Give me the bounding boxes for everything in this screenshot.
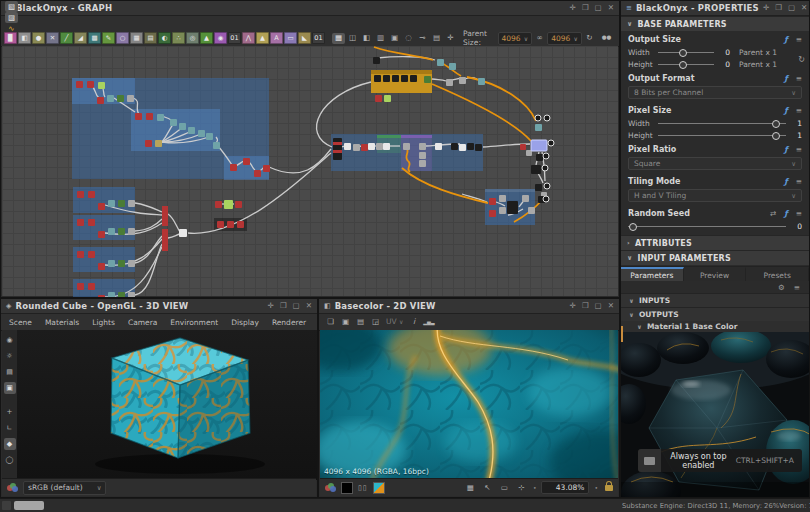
view2d-canvas[interactable]: 4096 x 4096 (RGBA, 16bpc) bbox=[320, 330, 618, 478]
histogram-icon[interactable]: ▂▅▃ bbox=[422, 317, 435, 328]
preset-menu-icon[interactable]: ≡ bbox=[796, 209, 802, 218]
value-processor-node-icon[interactable]: 01 bbox=[228, 32, 241, 44]
section-inputs[interactable]: ∨ INPUTS bbox=[621, 293, 809, 307]
maximize-icon[interactable]: ▢ bbox=[595, 302, 602, 310]
node-view-full-icon[interactable]: ▨ bbox=[5, 12, 18, 23]
maximize-icon[interactable]: ▢ bbox=[293, 302, 300, 310]
random-seed-value[interactable]: 0 bbox=[792, 222, 802, 231]
curve-node-icon[interactable]: ╱ bbox=[60, 32, 73, 44]
pixel-ratio-select[interactable]: Square ∨ bbox=[628, 157, 802, 170]
uv-overlay-select[interactable]: UV ∨ bbox=[384, 317, 405, 328]
section-input-parameters[interactable]: ∨ INPUT PARAMETERS bbox=[621, 250, 809, 265]
parent-size-width-select[interactable]: 4096∨ bbox=[498, 32, 533, 45]
pixel-height-slider[interactable] bbox=[658, 131, 786, 139]
gizmo-translate-icon[interactable]: + bbox=[4, 406, 16, 418]
gradient-map-node-icon[interactable]: ∴ bbox=[172, 32, 185, 44]
menu-lights[interactable]: Lights bbox=[92, 318, 115, 327]
tab-preview[interactable]: Preview bbox=[684, 267, 747, 281]
dot-node-icon[interactable]: ⊸ bbox=[416, 33, 429, 44]
grayscale-conversion-node-icon[interactable]: ▦ bbox=[130, 32, 143, 44]
filter-display-4-icon[interactable]: ▥ bbox=[374, 33, 387, 44]
sharpen-node-icon[interactable]: ◎ bbox=[186, 32, 199, 44]
section-outputs[interactable]: ∨ OUTPUTS bbox=[621, 307, 809, 321]
filter-display-2-icon[interactable]: ◫ bbox=[346, 33, 359, 44]
float-icon[interactable]: ❐ bbox=[582, 4, 589, 12]
function-icon[interactable]: ƒ bbox=[784, 74, 787, 83]
bake-node-icon[interactable]: ◣ bbox=[298, 32, 311, 44]
zoom-level-field[interactable]: 43.08% bbox=[541, 481, 589, 494]
gizmo-axis-icon[interactable]: ∟ bbox=[4, 422, 16, 434]
maximize-icon[interactable]: ▢ bbox=[788, 4, 795, 12]
view3d-titlebar[interactable]: ◈ Rounded Cube - OpenGL - 3D VIEW ✛ ❐ ▢ … bbox=[1, 299, 317, 314]
filter-display-1-icon[interactable]: ▦ bbox=[332, 33, 345, 44]
svg-node-icon[interactable]: ▭ bbox=[284, 32, 297, 44]
channel-shuffle-node-icon[interactable]: ✕ bbox=[46, 32, 59, 44]
output-format-select[interactable]: 8 Bits per Channel ∨ bbox=[628, 86, 802, 99]
graph-frames[interactable] bbox=[72, 70, 535, 298]
text-node-icon[interactable]: A bbox=[270, 32, 283, 44]
scene-camera-icon[interactable]: ◉ bbox=[4, 334, 16, 346]
preset-menu-icon[interactable]: ≡ bbox=[796, 35, 802, 44]
export-image-icon[interactable]: ❏ bbox=[324, 317, 337, 328]
pixel-height-value[interactable]: 1 bbox=[792, 131, 802, 140]
information-icon[interactable]: i bbox=[407, 317, 420, 328]
gradient-node-icon[interactable]: ✎ bbox=[102, 32, 115, 44]
frame-view-icon[interactable]: ▭ bbox=[498, 482, 511, 493]
menu-camera[interactable]: Camera bbox=[128, 318, 157, 327]
color-wheel-node-icon[interactable]: ◉ bbox=[214, 32, 227, 44]
status-widget[interactable] bbox=[14, 501, 44, 510]
float-icon[interactable]: ❐ bbox=[775, 4, 782, 12]
graph-canvas[interactable] bbox=[2, 46, 618, 296]
size-sync-icon[interactable]: ↻ bbox=[798, 55, 805, 64]
function-icon[interactable]: ƒ bbox=[784, 209, 787, 218]
close-icon[interactable]: ✕ bbox=[801, 4, 807, 12]
fit-view-icon[interactable]: ↖ bbox=[481, 482, 494, 493]
output-width-value[interactable]: 0 bbox=[720, 48, 730, 57]
geometry-sphere-icon[interactable]: ◯ bbox=[4, 454, 16, 466]
view3d-canvas[interactable] bbox=[17, 330, 316, 478]
pin-node-icon[interactable]: ✛ bbox=[444, 33, 457, 44]
light-icon[interactable]: ☼ bbox=[4, 350, 16, 362]
float-icon[interactable]: ❐ bbox=[280, 302, 287, 310]
lock-icon[interactable] bbox=[605, 485, 613, 491]
colorspace-select[interactable]: sRGB (default) ∨ bbox=[23, 481, 106, 495]
menu-environment[interactable]: Environment bbox=[170, 318, 218, 327]
preset-menu-icon[interactable]: ≡ bbox=[796, 106, 802, 115]
curve-01-node-icon[interactable]: 01 bbox=[312, 32, 325, 44]
shape-node-icon[interactable]: ○ bbox=[116, 32, 129, 44]
copy-image-icon[interactable]: ▤ bbox=[354, 317, 367, 328]
output-width-slider[interactable] bbox=[658, 48, 714, 56]
preset-dots-icon[interactable]: ●● bbox=[600, 33, 613, 44]
gear-icon[interactable]: ⚙ bbox=[778, 283, 785, 292]
comment-icon[interactable]: ◌ bbox=[402, 33, 415, 44]
frame-icon[interactable]: ▤ bbox=[430, 33, 443, 44]
function-icon[interactable]: ƒ bbox=[784, 177, 787, 186]
send-to-icon[interactable]: ◲ bbox=[369, 317, 382, 328]
preset-menu-icon[interactable]: ≡ bbox=[796, 177, 802, 186]
parent-size-height-select[interactable]: 4096∨ bbox=[547, 32, 582, 45]
uniform-color-node-icon[interactable]: ▉ bbox=[4, 32, 17, 44]
texture-thumbnail-icon[interactable] bbox=[373, 482, 385, 494]
output-height-slider[interactable] bbox=[658, 60, 714, 68]
status-corner-icon[interactable] bbox=[2, 501, 11, 510]
close-icon[interactable]: ✕ bbox=[306, 302, 312, 310]
levels-node-icon[interactable]: ◐ bbox=[158, 32, 171, 44]
function-icon[interactable]: ƒ bbox=[784, 106, 787, 115]
size-reset-icon[interactable]: ↻ bbox=[585, 33, 594, 44]
hsl-node-icon[interactable]: ▤ bbox=[144, 32, 157, 44]
shuffle-icon[interactable]: ⇄ bbox=[770, 209, 776, 218]
pin-icon[interactable]: ✛ bbox=[570, 302, 576, 310]
save-image-icon[interactable]: ▣ bbox=[339, 317, 352, 328]
channels-icon[interactable]: ▯▯ bbox=[358, 484, 368, 492]
pixel-processor-node-icon[interactable]: ▲ bbox=[256, 32, 269, 44]
output-width-mode[interactable]: Parent x 1 bbox=[739, 48, 777, 57]
menu-scene[interactable]: Scene bbox=[9, 318, 32, 327]
function-icon[interactable]: ƒ bbox=[784, 145, 787, 154]
blend-node-icon[interactable]: ◧ bbox=[18, 32, 31, 44]
float-icon[interactable]: ❐ bbox=[582, 302, 589, 310]
menu-materials[interactable]: Materials bbox=[45, 318, 79, 327]
pin-icon[interactable]: ✛ bbox=[570, 4, 576, 12]
output-preview-image[interactable] bbox=[621, 332, 809, 498]
graph-titlebar[interactable]: ⊞ BlackOnyx - GRAPH ✛ ❐ ▢ ✕ bbox=[1, 1, 619, 16]
menu-renderer[interactable]: Renderer bbox=[272, 318, 306, 327]
